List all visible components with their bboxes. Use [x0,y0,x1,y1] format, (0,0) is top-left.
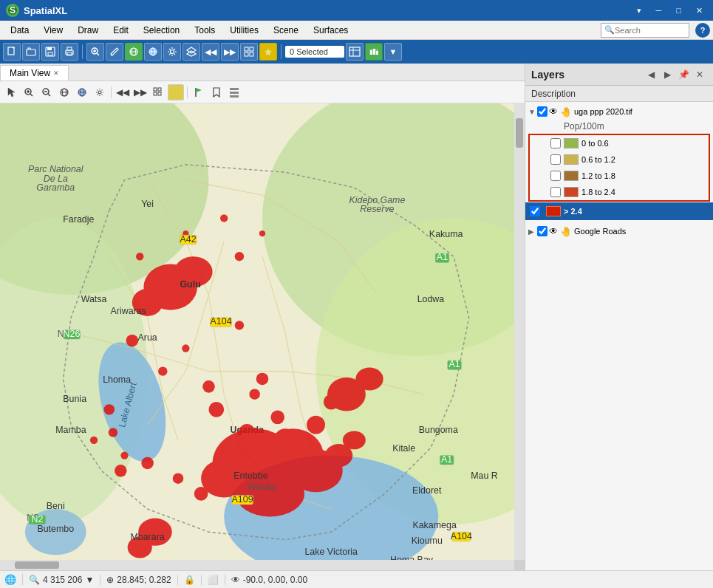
globe2-btn[interactable] [144,43,162,61]
legend-check-1[interactable] [550,154,561,165]
map-grid-btn[interactable] [150,84,166,100]
legend-item-1[interactable]: 0.6 to 1.2 [530,151,709,168]
globe-btn[interactable] [125,43,143,61]
layers-fwd-btn[interactable]: ▶ [660,67,675,82]
new-button[interactable] [3,43,21,61]
svg-point-21 [171,50,174,54]
app-title: SpatialXL [24,5,67,16]
svg-point-112 [259,230,265,236]
layers-title: Layers [531,69,564,81]
back-btn[interactable]: ◀◀ [202,43,219,61]
layers-btn[interactable] [182,43,200,61]
svg-text:Kakamega: Kakamega [412,520,456,530]
search-input[interactable] [615,26,681,35]
checkbox-uga-ppp[interactable] [537,106,547,117]
app-icon: S [6,4,19,17]
menu-draw[interactable]: Draw [70,23,106,38]
eye-icon-uga-ppp[interactable]: 👁 [547,106,559,117]
menu-utilities[interactable]: Utilities [222,23,266,38]
legend-check-0[interactable] [550,138,561,148]
map-scrollbar-vertical[interactable] [514,103,525,560]
eye-icon-google-roads[interactable]: 👁 [547,226,559,236]
legend-check-3[interactable] [550,187,561,197]
help-button[interactable]: ? [695,23,710,38]
zoom-btn[interactable] [86,43,104,61]
open-button[interactable] [22,43,40,61]
legend-item-2[interactable]: 1.2 to 1.8 [530,168,709,184]
layer-sublabel-uga-ppp: Pop/100m [525,120,713,133]
svg-rect-51 [158,88,161,91]
checkbox-google-roads[interactable] [537,226,547,236]
minimize-button[interactable]: ─ [652,4,666,17]
eye-status-icon: 👁 [231,575,240,585]
expand-icon-google-roads[interactable]: ▶ [528,228,537,236]
expand-icon-uga-ppp[interactable]: ▼ [528,108,537,116]
svg-point-79 [158,366,167,375]
menu-scene[interactable]: Scene [266,23,306,38]
svg-point-83 [274,428,297,451]
save-button[interactable] [41,43,59,61]
svg-rect-24 [245,47,248,51]
map-color-btn[interactable] [168,84,184,100]
layers-back-btn[interactable]: ◀ [644,67,658,82]
menu-edit[interactable]: Edit [106,23,136,38]
menu-tools[interactable]: Tools [187,23,222,38]
menu-surfaces[interactable]: Surfaces [306,23,355,38]
svg-text:Yei: Yei [141,199,154,209]
map-zoom-out-btn[interactable] [38,84,55,100]
map-bookmark-btn[interactable] [208,84,225,100]
dropdown-btn[interactable]: ▼ [384,43,402,61]
legend-item-0[interactable]: 0 to 0.6 [530,135,709,151]
grid-btn[interactable] [240,43,258,61]
maximize-button[interactable]: □ [672,4,686,17]
svg-text:Mau R: Mau R [471,471,498,481]
svg-text:Ariwaras: Ariwaras [111,306,146,316]
map-scrollbar-horizontal[interactable] [0,560,514,570]
svg-point-103 [270,410,284,424]
svg-rect-52 [154,92,157,95]
scroll-thumb-vertical[interactable] [516,118,523,148]
legend-item-4[interactable]: > 2.4 [525,202,713,220]
svg-rect-2 [8,47,14,55]
legend-check-4[interactable] [530,206,540,216]
fwd-btn[interactable]: ▶▶ [221,43,239,61]
close-button[interactable]: ✕ [692,4,707,17]
map-back-btn[interactable]: ◀◀ [115,84,131,100]
svg-rect-35 [376,51,378,55]
coordinate-icon: ⊕ [106,575,114,585]
tab-close-icon[interactable]: ✕ [53,69,59,77]
map-view[interactable]: Uganda [0,103,525,570]
zoom-dropdown[interactable]: ▼ [85,575,94,585]
svg-point-108 [220,214,228,222]
print-button[interactable] [61,43,78,61]
table-btn[interactable] [346,43,364,61]
map-extra-btn[interactable] [226,84,242,100]
legend-check-2[interactable] [550,171,561,181]
edit-btn[interactable] [106,43,123,61]
layer-icon-uga-ppp: 🤚 [559,106,573,117]
layers-close-btn[interactable]: ✕ [692,67,707,82]
svg-text:Kakuma: Kakuma [429,229,463,239]
map-pointer-btn[interactable] [3,84,19,100]
map-globe-solid-btn[interactable] [74,84,90,100]
color-btn[interactable] [259,43,277,61]
layers-pin-btn[interactable]: 📌 [676,67,691,82]
map-settings-btn[interactable] [92,84,108,100]
chart-btn[interactable] [365,43,383,61]
main-view-tab[interactable]: Main View ✕ [0,65,69,81]
layer-row-uga-ppp[interactable]: ▼ 👁 🤚 uga ppp 2020.tif [525,103,713,120]
menu-data[interactable]: Data [3,23,36,38]
legend-swatch-4 [546,206,561,216]
overflow-button[interactable]: ▾ [632,4,646,17]
map-flag-btn[interactable] [191,84,207,100]
menu-selection[interactable]: Selection [136,23,187,38]
legend-item-3[interactable]: 1.8 to 2.4 [530,184,709,200]
layer-row-google-roads[interactable]: ▶ 👁 🤚 Google Roads [525,223,713,239]
map-fwd-btn[interactable]: ▶▶ [132,84,149,100]
settings-btn[interactable] [163,43,181,61]
legend-label-0: 0 to 0.6 [581,139,609,148]
scroll-thumb-horizontal[interactable] [15,561,59,569]
map-zoom-in-btn[interactable] [21,84,37,100]
menu-view[interactable]: View [36,23,70,38]
map-globe-btn[interactable] [56,84,72,100]
